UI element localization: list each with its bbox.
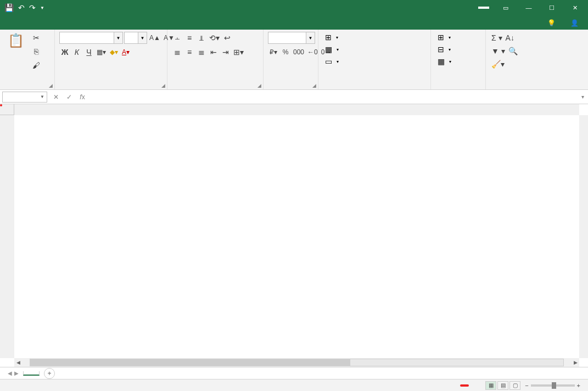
copy-icon[interactable]: ⎘	[31, 46, 42, 58]
currency-icon[interactable]: ₽▾	[268, 46, 279, 58]
delete-icon: ⊟	[438, 45, 444, 54]
align-middle-icon[interactable]: ≡	[184, 32, 195, 44]
cells-area[interactable]	[14, 115, 579, 358]
scroll-right-icon[interactable]: ▶	[572, 360, 579, 365]
zoom-slider[interactable]	[531, 384, 575, 387]
font-launcher-icon[interactable]: ◢	[161, 83, 165, 88]
merge-icon[interactable]: ⊞▾	[232, 46, 245, 58]
add-sheet-button[interactable]: +	[44, 368, 55, 379]
decrease-indent-icon[interactable]: ⇤	[208, 46, 219, 58]
align-center-icon[interactable]: ≡	[184, 46, 195, 58]
enter-formula-icon[interactable]: ✓	[63, 92, 76, 103]
page-layout-icon[interactable]: ▤	[497, 381, 508, 390]
align-left-icon[interactable]: ≣	[172, 46, 183, 58]
number-format-input[interactable]	[268, 32, 306, 44]
row-headers	[0, 115, 14, 358]
expand-formula-icon[interactable]: ▾	[577, 94, 588, 100]
tell-me-search[interactable]: 💡	[542, 16, 564, 30]
chevron-down-icon[interactable]: ▼	[138, 32, 147, 44]
align-top-icon[interactable]: ⫠	[172, 32, 183, 44]
delete-cells-button[interactable]: ⊟▾	[435, 44, 453, 55]
increase-font-icon[interactable]: A▲	[148, 32, 161, 44]
number-format-combo[interactable]: ▼	[268, 32, 315, 44]
minimize-icon[interactable]: —	[518, 1, 540, 14]
normal-view-icon[interactable]: ▦	[485, 381, 496, 390]
fill-icon[interactable]: ▼ ▾	[490, 45, 506, 57]
conditional-formatting-button[interactable]: ⊞▾	[323, 32, 340, 43]
wrap-text-icon[interactable]: ↩	[222, 32, 233, 44]
clipboard-launcher-icon[interactable]: ◢	[49, 83, 53, 88]
font-name-combo[interactable]: ▼	[59, 32, 123, 44]
close-icon[interactable]: ✕	[564, 1, 586, 14]
insert-cells-button[interactable]: ⊞▾	[435, 32, 453, 43]
align-right-icon[interactable]: ≣	[196, 46, 207, 58]
cell-style-icon: ▭	[325, 57, 332, 66]
sheet-tabs-bar: ◀▶ +	[0, 367, 588, 379]
orientation-icon[interactable]: ⟲▾	[208, 32, 221, 44]
ribbon-tabs: 💡 👤	[0, 15, 588, 30]
percent-icon[interactable]: %	[280, 46, 291, 58]
share-icon: 👤	[570, 19, 579, 27]
number-launcher-icon[interactable]: ◢	[312, 83, 316, 88]
bold-icon[interactable]: Ж	[59, 46, 70, 58]
font-name-input[interactable]	[59, 32, 114, 44]
chevron-down-icon[interactable]: ▼	[114, 32, 123, 44]
insert-icon: ⊞	[438, 33, 444, 42]
alignment-launcher-icon[interactable]: ◢	[257, 83, 261, 88]
paste-icon: 📋	[8, 33, 24, 48]
zoom-control[interactable]: − +	[525, 382, 588, 389]
fill-color-icon[interactable]: ◆▾	[108, 46, 119, 58]
redo-icon[interactable]: ↷	[29, 3, 36, 12]
share-button[interactable]: 👤	[564, 16, 588, 30]
formula-input[interactable]	[89, 92, 577, 103]
border-icon[interactable]: ▦▾	[96, 46, 107, 58]
zoom-out-icon[interactable]: −	[525, 382, 528, 389]
horizontal-scrollbar[interactable]: ◀ ▶	[14, 358, 579, 367]
ribbon-group-font: ▼ ▼ A▲ A▼ Ж К Ч ▦▾ ◆▾ A▾ ◢	[55, 30, 167, 89]
italic-icon[interactable]: К	[71, 46, 82, 58]
increase-decimal-icon[interactable]: ←0	[306, 46, 319, 58]
find-icon[interactable]: 🔍	[507, 45, 519, 57]
sort-filter-icon[interactable]: A↓	[505, 32, 516, 44]
cell-styles-button[interactable]: ▭▾	[323, 56, 341, 67]
format-cells-button[interactable]: ▦▾	[435, 56, 453, 67]
ribbon-group-number: ▼ ₽▾ % 000 ←0 0→ ◢	[264, 30, 318, 89]
underline-icon[interactable]: Ч	[83, 46, 94, 58]
format-painter-icon[interactable]: 🖌	[31, 59, 42, 71]
vertical-scrollbar[interactable]	[579, 115, 588, 358]
autosum-icon[interactable]: Σ ▾	[490, 32, 503, 44]
sheet-nav[interactable]: ◀▶	[3, 370, 23, 376]
maximize-icon[interactable]: ☐	[541, 1, 563, 14]
cut-icon[interactable]: ✂	[31, 32, 42, 44]
paste-button[interactable]: 📋	[4, 32, 27, 50]
cancel-formula-icon[interactable]: ✕	[49, 92, 63, 103]
status-count	[460, 384, 469, 387]
font-size-input[interactable]	[124, 32, 138, 44]
font-size-combo[interactable]: ▼	[124, 32, 147, 44]
scroll-left-icon[interactable]: ◀	[14, 360, 22, 365]
chevron-down-icon[interactable]: ▼	[306, 32, 315, 44]
login-button[interactable]	[478, 7, 489, 9]
format-as-table-button[interactable]: ▦▾	[323, 44, 341, 55]
column-headers	[14, 104, 579, 115]
increase-indent-icon[interactable]: ⇥	[220, 46, 231, 58]
select-all-corner[interactable]	[0, 104, 14, 115]
status-bar: ▦ ▤ ▢ − +	[0, 379, 588, 391]
table-icon: ▦	[325, 45, 332, 54]
name-box[interactable]: ▼	[2, 92, 47, 103]
clear-icon[interactable]: 🧹▾	[490, 58, 506, 70]
align-bottom-icon[interactable]: ⫫	[196, 32, 207, 44]
format-icon: ▦	[438, 57, 445, 66]
zoom-in-icon[interactable]: +	[577, 382, 580, 389]
chevron-down-icon[interactable]: ▼	[40, 94, 44, 99]
qat-dropdown-icon[interactable]: ▼	[40, 5, 44, 10]
page-break-icon[interactable]: ▢	[509, 381, 520, 390]
ribbon-options-icon[interactable]: ▭	[495, 1, 517, 14]
spreadsheet-grid[interactable]: ◀ ▶	[0, 104, 588, 367]
save-icon[interactable]: 💾	[4, 3, 14, 12]
font-color-icon[interactable]: A▾	[120, 46, 131, 58]
undo-icon[interactable]: ↶	[18, 3, 25, 12]
comma-icon[interactable]: 000	[292, 46, 305, 58]
fx-icon[interactable]: fx	[76, 92, 89, 103]
sheet-tab-active[interactable]	[23, 371, 40, 376]
